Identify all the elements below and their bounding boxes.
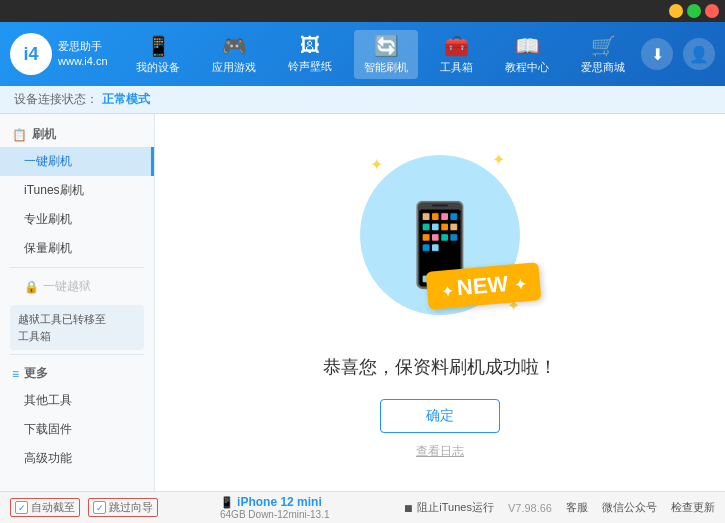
- download-button[interactable]: ⬇: [641, 38, 673, 70]
- main-layout: 📋 刷机 一键刷机 iTunes刷机 专业刷机 保量刷机 🔒 一键越狱 越狱工具…: [0, 114, 725, 491]
- title-bar: [0, 0, 725, 22]
- smart-flash-label: 智能刷机: [364, 60, 408, 75]
- toolbox-icon: 🧰: [444, 34, 469, 58]
- close-button[interactable]: [705, 4, 719, 18]
- sidebar-item-pro-flash[interactable]: 专业刷机: [0, 205, 154, 234]
- sidebar-item-other-tools[interactable]: 其他工具: [0, 386, 154, 415]
- sidebar-item-download-fw[interactable]: 下载固件: [0, 415, 154, 444]
- phone-container: ✦ ✦ ✦ 📱 NEW: [350, 145, 530, 345]
- sidebar: 📋 刷机 一键刷机 iTunes刷机 专业刷机 保量刷机 🔒 一键越狱 越狱工具…: [0, 114, 155, 491]
- check-update-link[interactable]: 检查更新: [671, 500, 715, 515]
- wallpaper-label: 铃声壁纸: [288, 59, 332, 74]
- confirm-button[interactable]: 确定: [380, 399, 500, 433]
- sidebar-divider-1: [10, 267, 144, 268]
- bottom-bar: ✓ 自动截至 ✓ 跳过向导 📱 iPhone 12 mini 64GB Down…: [0, 491, 725, 523]
- sidebar-group-more: ≡ 更多: [0, 359, 154, 386]
- mall-icon: 🛒: [591, 34, 616, 58]
- header: i4 爱思助手 www.i4.cn 📱 我的设备 🎮 应用游戏 🖼 铃声壁纸 🔄…: [0, 22, 725, 86]
- auto-jump-label: 自动截至: [31, 500, 75, 515]
- more-group-icon: ≡: [12, 367, 19, 381]
- minimize-button[interactable]: [669, 4, 683, 18]
- sidebar-item-jailbreak-disabled: 🔒 一键越狱: [0, 272, 154, 301]
- smart-flash-icon: 🔄: [374, 34, 399, 58]
- stop-itunes-button[interactable]: ⏹ 阻止iTunes运行: [403, 500, 494, 515]
- nav-item-mall[interactable]: 🛒 爱思商城: [571, 30, 635, 79]
- sidebar-item-one-key-flash[interactable]: 一键刷机: [0, 147, 154, 176]
- wechat-link[interactable]: 微信公众号: [602, 500, 657, 515]
- my-device-label: 我的设备: [136, 60, 180, 75]
- status-bar: 设备连接状态： 正常模式: [0, 86, 725, 114]
- skip-wizard-label: 跳过向导: [109, 500, 153, 515]
- nav-item-wallpaper[interactable]: 🖼 铃声壁纸: [278, 30, 342, 78]
- more-group-label: 更多: [24, 365, 48, 382]
- flash-group-label: 刷机: [32, 126, 56, 143]
- skip-wizard-checkbox[interactable]: ✓: [93, 501, 106, 514]
- sparkle-1: ✦: [370, 155, 383, 174]
- flash-group-icon: 📋: [12, 128, 27, 142]
- content-area: ✦ ✦ ✦ 📱 NEW 恭喜您，保资料刷机成功啦！ 确定 查看日志: [155, 114, 725, 491]
- maximize-button[interactable]: [687, 4, 701, 18]
- tutorial-icon: 📖: [515, 34, 540, 58]
- nav-item-tutorial[interactable]: 📖 教程中心: [495, 30, 559, 79]
- stop-itunes-icon: ⏹: [403, 502, 414, 514]
- sidebar-item-itunes-flash[interactable]: iTunes刷机: [0, 176, 154, 205]
- device-info: 📱 iPhone 12 mini 64GB Down-12mini-13.1: [210, 495, 403, 520]
- sidebar-item-save-flash[interactable]: 保量刷机: [0, 234, 154, 263]
- nav-items: 📱 我的设备 🎮 应用游戏 🖼 铃声壁纸 🔄 智能刷机 🧰 工具箱 📖 教程中心…: [120, 30, 641, 79]
- app-games-label: 应用游戏: [212, 60, 256, 75]
- logo-area: i4 爱思助手 www.i4.cn: [10, 33, 120, 75]
- mall-label: 爱思商城: [581, 60, 625, 75]
- tutorial-label: 教程中心: [505, 60, 549, 75]
- window-controls[interactable]: [669, 4, 719, 18]
- toolbox-label: 工具箱: [440, 60, 473, 75]
- sparkle-2: ✦: [492, 150, 505, 169]
- service-link[interactable]: 客服: [566, 500, 588, 515]
- sidebar-group-flash: 📋 刷机: [0, 120, 154, 147]
- status-value: 正常模式: [102, 91, 150, 108]
- my-device-icon: 📱: [146, 34, 171, 58]
- sidebar-item-advanced[interactable]: 高级功能: [0, 444, 154, 473]
- sidebar-notice: 越狱工具已转移至工具箱: [10, 305, 144, 350]
- auto-jump-checkbox[interactable]: ✓: [15, 501, 28, 514]
- success-illustration: ✦ ✦ ✦ 📱 NEW 恭喜您，保资料刷机成功啦！ 确定 查看日志: [323, 145, 557, 460]
- wallpaper-icon: 🖼: [300, 34, 320, 57]
- header-actions: ⬇ 👤: [641, 38, 715, 70]
- logo-text: 爱思助手 www.i4.cn: [58, 39, 108, 70]
- view-log-link[interactable]: 查看日志: [416, 443, 464, 460]
- sidebar-divider-2: [10, 354, 144, 355]
- bottom-right: ⏹ 阻止iTunes运行 V7.98.66 客服 微信公众号 检查更新: [403, 500, 715, 515]
- nav-item-my-device[interactable]: 📱 我的设备: [126, 30, 190, 79]
- status-label: 设备连接状态：: [14, 91, 98, 108]
- device-detail: 64GB Down-12mini-13.1: [220, 509, 393, 520]
- device-name: iPhone 12 mini: [237, 495, 322, 509]
- user-button[interactable]: 👤: [683, 38, 715, 70]
- auto-jump-checkbox-item[interactable]: ✓ 自动截至: [10, 498, 80, 517]
- nav-item-app-games[interactable]: 🎮 应用游戏: [202, 30, 266, 79]
- skip-wizard-checkbox-item[interactable]: ✓ 跳过向导: [88, 498, 158, 517]
- success-text: 恭喜您，保资料刷机成功啦！: [323, 355, 557, 379]
- logo-icon: i4: [10, 33, 52, 75]
- version-text: V7.98.66: [508, 502, 552, 514]
- bottom-left: ✓ 自动截至 ✓ 跳过向导: [10, 498, 210, 517]
- nav-item-smart-flash[interactable]: 🔄 智能刷机: [354, 30, 418, 79]
- nav-item-toolbox[interactable]: 🧰 工具箱: [430, 30, 483, 79]
- device-icon: 📱: [220, 496, 234, 508]
- app-games-icon: 🎮: [222, 34, 247, 58]
